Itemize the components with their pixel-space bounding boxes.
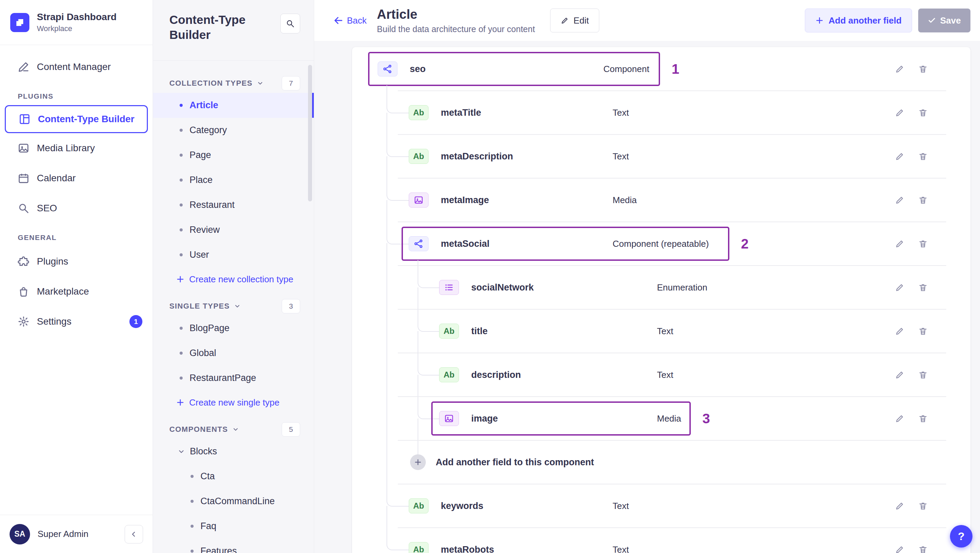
edit-field-button[interactable] <box>890 59 909 78</box>
nav-item-settings[interactable]: Settings 1 <box>0 307 153 337</box>
field-row-socialnetwork: socialNetwork Enumeration <box>369 265 946 309</box>
delete-field-button[interactable] <box>913 496 932 515</box>
single-types-header[interactable]: SINGLE TYPES 3 <box>153 297 314 316</box>
edit-field-button[interactable] <box>890 409 909 428</box>
settings-notification-badge: 1 <box>129 315 142 328</box>
nav-item-seo[interactable]: SEO <box>0 193 153 223</box>
search-button[interactable] <box>280 14 300 33</box>
edit-field-button[interactable] <box>890 496 909 515</box>
primary-nav: Content Manager PLUGINS Content-Type Bui… <box>0 45 153 337</box>
delete-field-button[interactable] <box>913 147 932 166</box>
shopping-bag-icon <box>18 286 29 297</box>
delete-field-button[interactable] <box>913 278 932 297</box>
delete-field-button[interactable] <box>913 234 932 253</box>
delete-field-button[interactable] <box>913 409 932 428</box>
help-button[interactable]: ? <box>950 525 972 548</box>
nav-item-calendar[interactable]: Calendar <box>0 163 153 193</box>
plus-icon <box>176 398 185 407</box>
create-single-type-link[interactable]: Create new single type <box>153 391 314 415</box>
subnav-item-restaurantpage[interactable]: RestaurantPage <box>153 365 314 391</box>
row-separator <box>398 221 946 222</box>
bullet-icon <box>191 500 194 503</box>
gear-icon <box>18 316 29 327</box>
back-button[interactable]: Back <box>333 15 367 26</box>
create-collection-type-link[interactable]: Create new collection type <box>153 267 314 291</box>
subnav-item-page[interactable]: Page <box>153 143 314 168</box>
delete-field-button[interactable] <box>913 103 932 122</box>
chevron-down-icon <box>257 80 264 87</box>
components-count: 5 <box>282 422 300 437</box>
edit-field-button[interactable] <box>890 278 909 297</box>
subnav-item-global[interactable]: Global <box>153 341 314 365</box>
edit-field-button[interactable] <box>890 540 909 553</box>
nav-item-plugins[interactable]: Plugins <box>0 246 153 276</box>
add-field-to-component-row: Add another field to this component <box>369 440 946 484</box>
puzzle-icon <box>18 256 29 267</box>
content-type-builder-panel: Content-Type Builder COLLECTION TYPES 7 … <box>153 0 314 553</box>
row-actions <box>890 178 932 222</box>
subnav-item-blogpage[interactable]: BlogPage <box>153 316 314 341</box>
bullet-icon <box>180 253 183 256</box>
plus-icon <box>815 16 824 25</box>
edit-field-button[interactable] <box>890 365 909 385</box>
subnav-item-category[interactable]: Category <box>153 118 314 143</box>
bullet-icon <box>180 178 183 181</box>
field-type: Text <box>612 108 629 118</box>
delete-field-button[interactable] <box>913 191 932 210</box>
field-name: keywords <box>441 501 484 512</box>
subnav-item-place[interactable]: Place <box>153 168 314 192</box>
subnav-item-article[interactable]: Article <box>153 93 314 118</box>
field-row-metaimage: metaImage Media <box>369 178 946 222</box>
subnav-item-review[interactable]: Review <box>153 218 314 242</box>
fields-list: seo Component 1 Ab metaTitle Text <box>369 47 946 553</box>
add-field-plus-button[interactable] <box>410 454 426 470</box>
row-actions <box>890 265 932 309</box>
field-name: metaTitle <box>441 108 481 118</box>
subnav-item-restaurant[interactable]: Restaurant <box>153 192 314 218</box>
collapse-sidebar-button[interactable] <box>125 525 143 543</box>
add-field-label[interactable]: Add another field to this component <box>436 457 594 468</box>
bullet-icon <box>191 550 194 553</box>
chevron-down-icon <box>178 448 185 455</box>
edit-field-button[interactable] <box>890 191 909 210</box>
component-category-blocks[interactable]: Blocks <box>153 439 314 464</box>
title-group: Article Build the data architecture of y… <box>377 7 535 34</box>
row-actions <box>890 309 932 353</box>
collection-types-header[interactable]: COLLECTION TYPES 7 <box>153 74 314 93</box>
edit-field-button[interactable] <box>890 321 909 341</box>
bullet-icon <box>191 475 194 478</box>
row-separator <box>398 353 946 353</box>
save-button[interactable]: Save <box>918 8 970 32</box>
delete-field-button[interactable] <box>913 321 932 341</box>
delete-field-button[interactable] <box>913 540 932 553</box>
subnav-item-user[interactable]: User <box>153 242 314 267</box>
row-actions <box>890 353 932 397</box>
subnav-item-faq[interactable]: Faq <box>153 514 314 539</box>
delete-field-button[interactable] <box>913 365 932 385</box>
bullet-icon <box>180 203 183 207</box>
edit-field-button[interactable] <box>890 147 909 166</box>
subnav-item-cta[interactable]: Cta <box>153 464 314 489</box>
bullet-icon <box>180 154 183 157</box>
nav-item-content-manager[interactable]: Content Manager <box>0 52 153 82</box>
nav-item-media-library[interactable]: Media Library <box>0 133 153 163</box>
subnav-header: Content-Type Builder <box>153 0 314 61</box>
page-title: Article <box>377 7 535 22</box>
field-row-keywords: Ab keywords Text <box>369 484 946 528</box>
components-header[interactable]: COMPONENTS 5 <box>153 420 314 439</box>
row-actions <box>890 135 932 178</box>
delete-field-button[interactable] <box>913 59 932 78</box>
field-type: Text <box>612 151 629 162</box>
edit-button[interactable]: Edit <box>550 8 600 32</box>
edit-field-button[interactable] <box>890 103 909 122</box>
field-type: Enumeration <box>657 282 707 293</box>
edit-field-button[interactable] <box>890 234 909 253</box>
subnav-item-features[interactable]: Features <box>153 539 314 553</box>
scrollbar-thumb[interactable] <box>308 65 312 202</box>
nav-item-marketplace[interactable]: Marketplace <box>0 276 153 307</box>
nav-item-content-type-builder[interactable]: Content-Type Builder <box>5 105 148 133</box>
subnav-item-ctacommandline[interactable]: CtaCommandLine <box>153 489 314 514</box>
component-field-icon <box>378 62 398 76</box>
add-another-field-button[interactable]: Add another field <box>805 8 912 32</box>
field-name: metaImage <box>441 195 489 205</box>
